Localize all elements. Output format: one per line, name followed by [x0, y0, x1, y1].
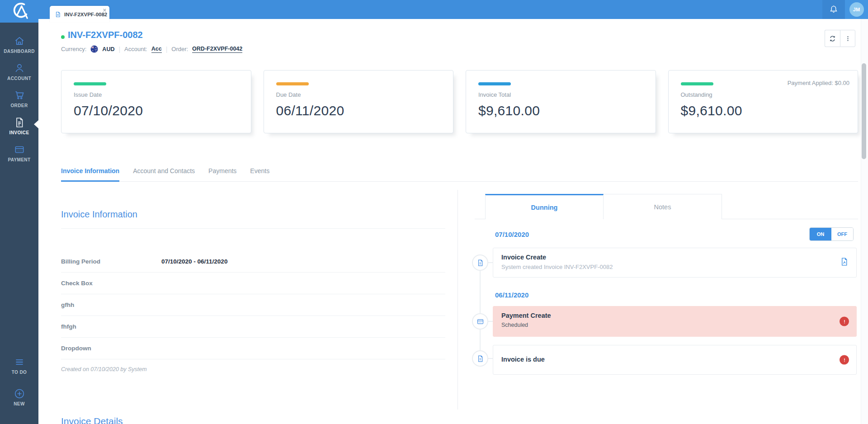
summary-cards-row: Issue Date 07/10/2020 Due Date 06/11/202… — [61, 70, 858, 133]
card-label: Due Date — [276, 91, 453, 98]
scrollbar-thumb[interactable] — [862, 63, 866, 159]
currency-label: Currency: — [61, 46, 86, 52]
logo-icon — [9, 1, 30, 22]
sidebar-item-todo[interactable]: TO DO — [0, 356, 38, 375]
top-bar — [0, 0, 868, 19]
field-label: Check Box — [61, 280, 161, 287]
more-options-button[interactable] — [840, 30, 855, 47]
field-row-gfhh: gfhh — [61, 294, 445, 316]
card-value: 06/11/2020 — [276, 103, 453, 118]
tab-account-and-contacts[interactable]: Account and Contacts — [133, 167, 195, 182]
field-row-billing-period: Billing Period 07/10/2020 - 06/11/2020 — [61, 251, 445, 273]
timeline-connector — [480, 263, 481, 358]
app-logo[interactable] — [0, 0, 38, 23]
field-row-dropdown: Dropdown — [61, 338, 445, 359]
sidebar-item-invoice[interactable]: INVOICE — [0, 117, 38, 135]
avatar-initials: JM — [853, 7, 860, 12]
order-link[interactable]: ORD-F2XVPF-0042 — [192, 46, 242, 53]
tab-notes[interactable]: Notes — [604, 194, 722, 219]
event-subtitle: Scheduled — [501, 322, 848, 328]
divider: | — [166, 46, 168, 53]
column-divider — [458, 190, 458, 410]
active-item-indicator — [34, 120, 38, 128]
field-label: Dropdown — [61, 345, 161, 352]
timeline-node-document — [472, 254, 488, 271]
tab-payments[interactable]: Payments — [208, 167, 236, 182]
timeline-date: 06/11/2020 — [495, 291, 528, 299]
tab-invoice-information[interactable]: Invoice Information — [61, 167, 119, 182]
refresh-icon — [829, 35, 836, 42]
section-divider — [61, 228, 445, 229]
event-card-invoice-create[interactable]: Invoice Create System created Invoice IN… — [493, 248, 857, 278]
card-accent-bar — [478, 82, 511, 85]
event-title: Invoice is due — [501, 356, 848, 363]
credit-card-icon — [0, 144, 38, 156]
kebab-menu-icon — [844, 35, 851, 42]
sidebar-item-account[interactable]: ACCOUNT — [0, 62, 38, 81]
pdf-icon[interactable] — [840, 257, 849, 269]
field-label: gfhh — [61, 302, 161, 308]
field-value: 07/10/2020 - 06/11/2020 — [161, 258, 227, 265]
app-window: INV-F2XVPF-0082 JM DASHBOARD — [0, 0, 868, 424]
bell-icon — [829, 5, 839, 14]
event-card-invoice-due[interactable]: Invoice is due — [493, 345, 857, 375]
toggle-off-option[interactable]: OFF — [831, 228, 853, 240]
event-title: Invoice Create — [501, 254, 848, 261]
plus-circle-icon — [0, 388, 38, 400]
toggle-on-option[interactable]: ON — [810, 228, 831, 240]
sidebar-item-label: PAYMENT — [0, 157, 38, 162]
document-icon — [476, 259, 484, 267]
person-icon — [0, 62, 38, 75]
currency-value: AUD — [102, 46, 114, 52]
detail-tabs: Invoice Information Account and Contacts… — [61, 167, 269, 182]
sidebar: DASHBOARD ACCOUNT ORDER — [0, 23, 38, 424]
tab-dunning[interactable]: Dunning — [485, 194, 604, 219]
sidebar-item-label: ORDER — [0, 103, 38, 108]
account-label: Account: — [124, 46, 147, 52]
alert-icon — [840, 355, 849, 365]
timeline-node-payment — [472, 313, 488, 330]
cart-icon — [0, 90, 38, 102]
sidebar-item-new[interactable]: NEW — [0, 388, 38, 406]
tab-events[interactable]: Events — [250, 167, 269, 182]
event-title: Payment Create — [501, 312, 848, 319]
sidebar-item-payment[interactable]: PAYMENT — [0, 144, 38, 162]
dunning-notes-tabs: Dunning Notes — [485, 194, 722, 219]
close-tab-icon[interactable] — [102, 6, 108, 12]
card-label: Invoice Total — [478, 91, 656, 98]
sidebar-item-label: ACCOUNT — [0, 76, 38, 81]
payment-applied-note: Payment Applied: $0.00 — [788, 80, 849, 86]
menu-lines-icon — [0, 356, 38, 368]
invoice-status-dot — [61, 35, 65, 39]
sidebar-item-order[interactable]: ORDER — [0, 90, 38, 108]
field-row-fhfgh: fhfgh — [61, 316, 445, 338]
sidebar-item-dashboard[interactable]: DASHBOARD — [0, 35, 38, 54]
document-icon — [55, 11, 61, 18]
tab-title: INV-F2XVPF-0082 — [64, 12, 107, 17]
invoice-info-fields: Billing Period 07/10/2020 - 06/11/2020 C… — [61, 251, 445, 359]
sidebar-item-label: INVOICE — [0, 130, 38, 135]
field-row-check-box: Check Box — [61, 273, 445, 294]
card-value: $9,610.00 — [478, 103, 656, 118]
timeline-date: 07/10/2020 — [495, 231, 529, 238]
timeline-node-document — [472, 350, 488, 367]
credit-card-icon — [476, 318, 484, 325]
notifications-button[interactable] — [822, 0, 845, 19]
open-document-tab[interactable]: INV-F2XVPF-0082 — [50, 6, 109, 23]
card-accent-bar — [276, 82, 309, 85]
user-menu[interactable]: JM — [845, 0, 868, 19]
document-icon — [476, 355, 484, 363]
card-label: Outstanding — [681, 91, 858, 98]
event-subtitle: System created Invoice INV-F2XVPF-0082 — [501, 264, 848, 270]
outstanding-card: Payment Applied: $0.00 Outstanding $9,61… — [668, 70, 859, 133]
page-title: INV-F2XVPF-0082 — [68, 30, 143, 40]
dunning-toggle[interactable]: ON OFF — [809, 227, 854, 241]
order-label: Order: — [171, 46, 188, 52]
created-by-note: Created on 07/10/2020 by System — [61, 366, 147, 372]
refresh-button[interactable] — [825, 30, 840, 47]
issue-date-card: Issue Date 07/10/2020 — [61, 70, 251, 133]
event-card-payment-create[interactable]: Payment Create Scheduled — [493, 306, 857, 337]
divider: | — [118, 46, 120, 53]
account-link[interactable]: Acc — [151, 46, 162, 53]
invoice-meta-row: Currency: AUD | Account: Acc | Order: OR… — [61, 45, 242, 53]
